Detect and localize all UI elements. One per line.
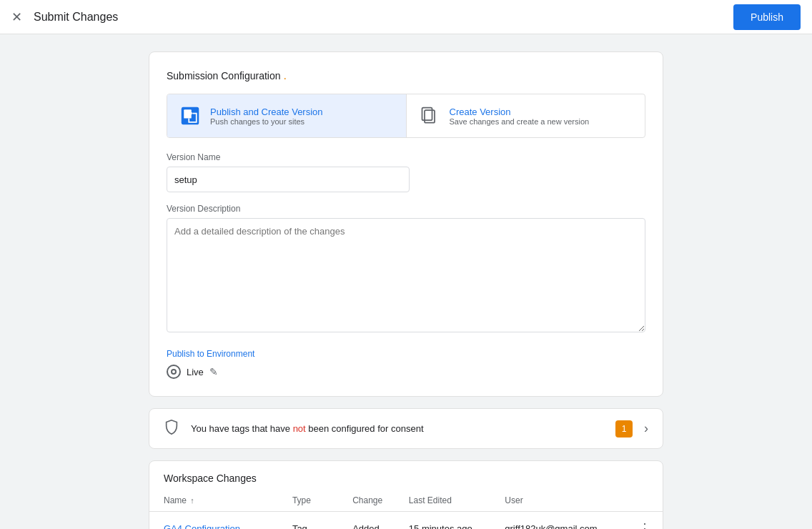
submission-type-selector: Publish and Create Version Push changes … [167,94,645,138]
consent-warning-card[interactable]: You have tags that have not been configu… [149,408,663,449]
row-type-ga4-config: Tag [284,512,344,530]
col-header-name: Name ↑ [149,490,284,512]
row-more-ga4-config[interactable]: ⋮ [627,512,663,530]
create-version-icon [418,104,441,127]
edit-environment-button[interactable]: ✎ [209,366,218,377]
header: ✕ Submit Changes Publish [0,0,812,34]
publish-create-version-title: Publish and Create Version [210,107,323,117]
row-user-ga4-config: griff182uk@gmail.com [496,512,627,530]
submission-config-title: Submission Configuration. [167,69,645,82]
shield-icon [164,419,179,438]
main-content: Submission Configuration. Publish and Cr… [0,34,812,529]
submission-config-card: Submission Configuration. Publish and Cr… [149,51,663,397]
environment-row: Live ✎ [167,365,645,379]
version-name-label: Version Name [167,152,645,162]
publish-icon [179,104,202,127]
environment-icon [167,365,181,379]
consent-text: You have tags that have not been configu… [191,423,604,434]
version-name-input[interactable] [167,167,410,192]
col-header-change: Change [344,490,400,512]
environment-name: Live [187,367,204,377]
svg-rect-1 [184,109,192,118]
version-desc-label: Version Description [167,204,645,214]
create-version-option[interactable]: Create Version Save changes and create a… [407,94,645,137]
create-version-title: Create Version [450,107,590,117]
version-desc-input[interactable] [167,218,645,332]
consent-arrow-icon: › [644,421,648,436]
page-title: Submit Changes [34,11,733,24]
row-name-ga4-config[interactable]: GA4 Configuration [149,512,284,530]
col-header-last-edited: Last Edited [400,490,497,512]
publish-env-label: Publish to Environment [167,349,645,359]
publish-create-version-desc: Push changes to your sites [210,117,323,126]
workspace-changes-title: Workspace Changes [164,473,648,484]
workspace-changes-card: Workspace Changes Name ↑ Type Change Las… [149,460,663,529]
table-row: GA4 Configuration Tag Added 15 minutes a… [149,512,663,530]
col-header-type: Type [284,490,344,512]
row-edited-ga4-config: 15 minutes ago [400,512,497,530]
publish-button[interactable]: Publish [733,4,801,30]
create-version-desc: Save changes and create a new version [450,117,590,126]
col-header-user: User [496,490,627,512]
consent-badge: 1 [615,420,633,437]
workspace-changes-table: Name ↑ Type Change Last Edited User GA4 … [149,490,663,529]
row-change-ga4-config: Added [344,512,400,530]
publish-create-version-option[interactable]: Publish and Create Version Push changes … [167,94,407,137]
close-button[interactable]: ✕ [11,9,22,25]
